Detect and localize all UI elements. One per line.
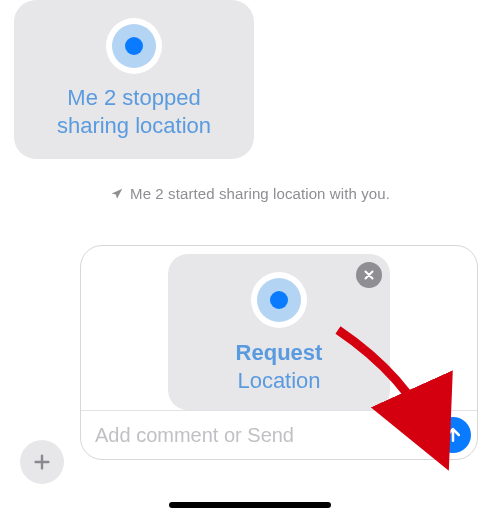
arrow-up-icon bbox=[443, 425, 463, 445]
plus-icon bbox=[31, 451, 53, 473]
system-status-line: Me 2 started sharing location with you. bbox=[0, 185, 500, 202]
request-location-attachment[interactable]: Request Location bbox=[168, 254, 390, 410]
home-indicator bbox=[169, 502, 331, 508]
attachment-title: Request bbox=[236, 340, 323, 366]
location-arrow-icon bbox=[110, 187, 124, 201]
location-dot-icon bbox=[106, 18, 162, 74]
system-status-text: Me 2 started sharing location with you. bbox=[130, 185, 390, 202]
close-icon bbox=[362, 268, 376, 282]
incoming-message-text: Me 2 stopped sharing location bbox=[42, 84, 226, 139]
remove-attachment-button[interactable] bbox=[356, 262, 382, 288]
incoming-message-bubble[interactable]: Me 2 stopped sharing location bbox=[14, 0, 254, 159]
location-dot-icon bbox=[251, 272, 307, 328]
send-button[interactable] bbox=[435, 417, 471, 453]
attachment-area: Request Location bbox=[81, 246, 477, 410]
attachment-subtitle: Location bbox=[237, 368, 320, 394]
compose-input[interactable]: Add comment or Send bbox=[95, 424, 427, 447]
compose-input-row: Add comment or Send bbox=[81, 410, 477, 459]
compose-card: Request Location Add comment or Send bbox=[80, 245, 478, 460]
add-button[interactable] bbox=[20, 440, 64, 484]
